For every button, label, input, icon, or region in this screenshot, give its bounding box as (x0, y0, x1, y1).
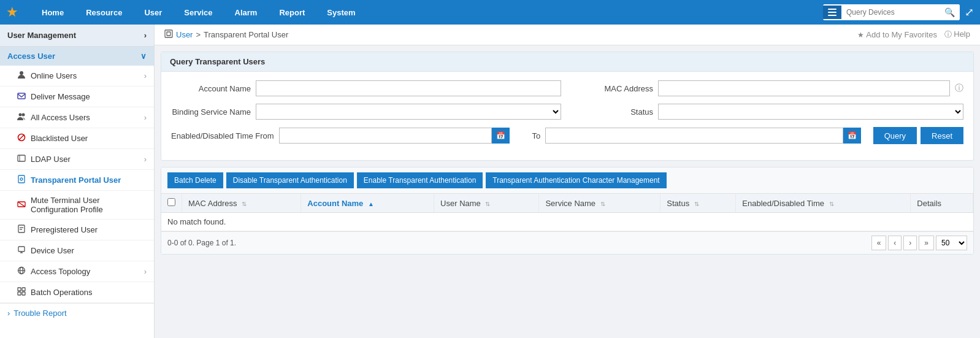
prev-page-button[interactable]: ‹ (888, 236, 902, 250)
service-name-col-header[interactable]: Service Name ⇅ (539, 194, 660, 213)
search-button[interactable]: 🔍 (940, 4, 960, 20)
status-col-header[interactable]: Status ⇅ (660, 194, 736, 213)
date-to-wrap: 📅 (545, 128, 860, 144)
nav-menu: Home Resource User Service Alarm Report … (31, 0, 823, 25)
binding-service-label: Binding Service Name (171, 107, 251, 117)
enable-auth-button[interactable]: Enable Transparent Authentication (357, 172, 483, 188)
sidebar-item-deliver-message[interactable]: Deliver Message (0, 86, 154, 107)
svg-rect-24 (18, 288, 21, 291)
svg-rect-1 (828, 12, 836, 13)
nav-service[interactable]: Service (173, 0, 223, 25)
mac-address-col-header[interactable]: MAC Address ⇅ (182, 194, 301, 213)
time-from-label: Enabled/Disabled Time From (171, 131, 274, 140)
trouble-report-label: Trouble Report (13, 309, 66, 318)
sidebar-item-preregistered-user[interactable]: Preregistered User (0, 220, 154, 240)
access-topology-icon (17, 266, 26, 277)
table-toolbar: Batch Delete Disable Transparent Authent… (161, 167, 973, 194)
time-from-input[interactable] (279, 128, 492, 144)
deliver-message-icon (17, 91, 26, 102)
sidebar-item-mute-terminal[interactable]: Mute Terminal User Configuration Profile (0, 191, 154, 220)
batch-operations-icon (17, 287, 26, 298)
svg-rect-29 (167, 32, 170, 36)
date-from-wrap: 📅 (279, 128, 510, 144)
nav-report[interactable]: Report (268, 0, 316, 25)
breadcrumb-actions: ★ Add to My Favorites ⓘ Help (857, 29, 970, 40)
breadcrumb-bar: User > Transparent Portal User ★ Add to … (155, 25, 980, 45)
last-page-button[interactable]: » (919, 236, 934, 250)
trouble-report-link[interactable]: › Trouble Report (0, 304, 154, 323)
per-page-select[interactable]: 50 100 200 (936, 236, 967, 250)
char-mgmt-button[interactable]: Transparent Authentication Character Man… (486, 172, 666, 188)
batch-delete-button[interactable]: Batch Delete (167, 172, 223, 188)
time-from-group: Enabled/Disabled Time From 📅 (171, 128, 510, 144)
all-access-users-icon (17, 112, 26, 123)
sidebar-item-label: Online Users (31, 71, 77, 80)
add-favorites-button[interactable]: ★ Add to My Favorites (857, 30, 937, 39)
sidebar-collapse-icon[interactable]: › (144, 31, 147, 40)
account-name-col-header[interactable]: Account Name ▲ (301, 194, 434, 213)
device-user-icon (17, 245, 26, 256)
sidebar-item-batch-operations[interactable]: Batch Operations (0, 282, 154, 303)
time-to-input[interactable] (545, 128, 843, 144)
sidebar-item-device-user[interactable]: Device User (0, 240, 154, 261)
sidebar-item-all-access-users[interactable]: All Access Users › (0, 107, 154, 128)
mute-terminal-icon (17, 200, 26, 210)
first-page-button[interactable]: « (871, 236, 887, 250)
user-name-col-header[interactable]: User Name ⇅ (434, 194, 539, 213)
breadcrumb-icon (164, 29, 173, 40)
help-button[interactable]: ⓘ Help (944, 29, 970, 40)
nav-home[interactable]: Home (31, 0, 75, 25)
account-name-label: Account Name (171, 84, 251, 93)
disable-auth-button[interactable]: Disable Transparent Authentication (226, 172, 354, 188)
svg-point-5 (19, 113, 22, 117)
breadcrumb-parent[interactable]: User (176, 30, 193, 39)
sidebar-item-ldap-user[interactable]: LDAP User › (0, 149, 154, 170)
sidebar-item-access-topology[interactable]: Access Topology › (0, 261, 154, 282)
select-all-checkbox[interactable] (167, 198, 175, 206)
svg-rect-4 (18, 93, 25, 99)
query-panel: Query Transparent Users Account Name MAC… (161, 52, 974, 161)
svg-rect-15 (18, 225, 25, 232)
online-users-icon (17, 71, 26, 81)
access-user-section-header[interactable]: Access User ∨ (0, 47, 154, 66)
next-page-button[interactable]: › (903, 236, 917, 250)
query-action-buttons: Query Reset (873, 127, 963, 144)
nav-user[interactable]: User (133, 0, 173, 25)
service-sort-icon: ⇅ (600, 201, 605, 207)
expand-search-icon[interactable]: ⤢ (965, 6, 974, 19)
select-all-header[interactable] (161, 194, 182, 213)
sidebar-title: User Management (7, 31, 76, 40)
nav-system[interactable]: System (316, 0, 366, 25)
mac-help-icon[interactable]: ⓘ (955, 83, 963, 94)
sidebar-item-transparent-portal-user[interactable]: Transparent Portal User (0, 170, 154, 191)
breadcrumb-separator: > (196, 30, 201, 39)
time-from-calendar-button[interactable]: 📅 (492, 128, 510, 144)
content-area: User > Transparent Portal User ★ Add to … (155, 25, 980, 338)
status-select[interactable] (658, 104, 963, 120)
details-col-header: Details (911, 194, 973, 213)
pagination-info: 0-0 of 0. Page 1 of 1. (167, 239, 236, 247)
status-group: Status (573, 104, 963, 120)
svg-rect-11 (18, 175, 25, 183)
svg-rect-25 (22, 288, 25, 291)
sidebar-item-online-users[interactable]: Online Users › (0, 66, 154, 86)
binding-service-select[interactable] (256, 104, 561, 120)
reset-button[interactable]: Reset (921, 127, 963, 144)
search-mode-icon[interactable] (823, 6, 841, 19)
form-row-1: Account Name MAC Address ⓘ (171, 80, 963, 96)
search-input[interactable] (841, 6, 940, 19)
account-name-input[interactable] (256, 80, 561, 96)
mac-address-input[interactable] (658, 80, 950, 96)
binding-service-group: Binding Service Name (171, 104, 561, 120)
svg-rect-27 (22, 292, 25, 295)
svg-rect-2 (828, 15, 836, 16)
logo-icon[interactable]: ★ (6, 4, 18, 20)
sidebar-item-label: Device User (31, 246, 74, 255)
sidebar-item-blacklisted-user[interactable]: Blacklisted User (0, 128, 154, 149)
enabled-disabled-time-col-header[interactable]: Enabled/Disabled Time ⇅ (736, 194, 911, 213)
status-label: Status (573, 107, 653, 117)
nav-resource[interactable]: Resource (75, 0, 133, 25)
time-to-calendar-button[interactable]: 📅 (843, 128, 861, 144)
nav-alarm[interactable]: Alarm (224, 0, 269, 25)
query-button[interactable]: Query (873, 127, 917, 144)
